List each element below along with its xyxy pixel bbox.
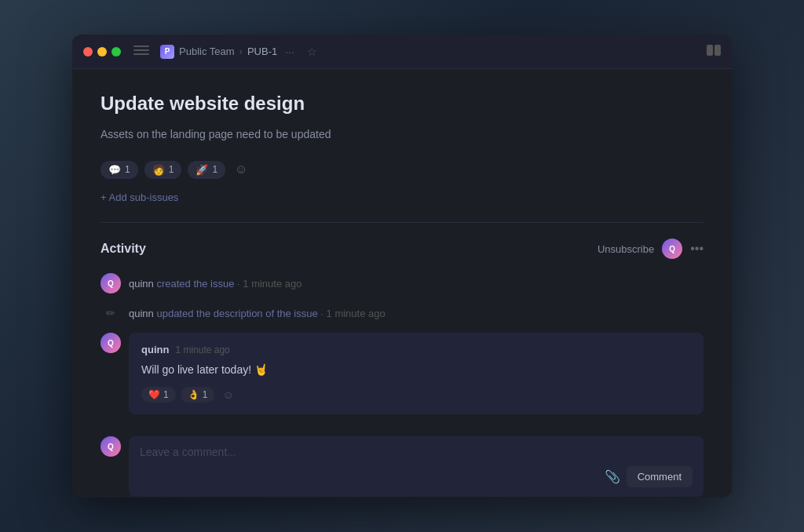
assignee-count: 1 [169,164,174,175]
reaction-ok[interactable]: 👌 1 [181,387,215,403]
activity-action-1: created the issue [156,278,234,290]
activity-time-2: · [320,308,326,319]
attach-button[interactable]: 📎 [605,469,620,484]
svg-rect-0 [707,45,713,56]
issue-title: Update website design [100,91,704,115]
activity-time-1-val: 1 minute ago [243,278,302,290]
activity-item-updated: ✏ quinn updated the description of the i… [100,303,704,323]
quinn-avatar-1: Q [100,273,121,293]
activity-text-created: quinn created the issue · 1 minute ago [129,273,302,292]
traffic-lights [83,47,121,56]
close-button[interactable] [83,47,93,56]
comment-row: Q quinn 1 minute ago Will go live later … [100,333,704,414]
priority-count: 1 [212,164,217,175]
team-name[interactable]: Public Team [179,46,235,57]
comment-count: 1 [125,164,130,175]
comment-reactions: ❤️ 1 👌 1 ☺ [141,386,691,403]
comment-box[interactable]: Leave a comment... 📎 Comment [129,436,704,497]
current-user-avatar: Q [662,239,682,259]
sub-issue-pill-assignee[interactable]: 🧑 1 [144,161,182,179]
comment-body: Will go live later today! 🤘 [141,362,691,378]
activity-time-2-val: 1 minute ago [327,308,386,319]
activity-section-title: Activity [100,242,146,256]
layout-toggle-button[interactable] [707,45,721,59]
activity-edit-icon: ✏ [100,303,121,323]
app-window: P Public Team › PUB-1 ··· ☆ Update websi… [72,35,732,497]
add-sub-issues-button[interactable]: + Add sub-issues [100,188,178,206]
unsubscribe-button[interactable]: Unsubscribe [598,243,654,255]
maximize-button[interactable] [111,47,121,56]
activity-avatar-created: Q [100,273,121,293]
breadcrumb-separator: › [239,46,243,57]
star-button[interactable]: ☆ [304,45,320,59]
pencil-icon: ✏ [106,307,115,319]
priority-emoji: 🚀 [196,164,208,176]
activity-item-created: Q quinn created the issue · 1 minute ago [100,273,704,293]
main-content: Update website design Assets on the land… [72,69,732,497]
comment-input-area: Q Leave a comment... 📎 Comment [100,436,704,497]
sub-issue-pill-priority[interactable]: 🚀 1 [188,161,225,179]
comment-header: quinn 1 minute ago [141,344,691,355]
section-divider [100,222,704,223]
comment-emoji: 💬 [108,164,121,176]
ok-count: 1 [203,389,208,400]
minimize-button[interactable] [97,47,107,56]
add-comment-reaction-button[interactable]: ☺ [219,386,236,403]
comment-box-actions: 📎 Comment [140,466,693,487]
heart-count: 1 [163,389,169,400]
issue-description: Assets on the landing page need to be up… [100,126,704,143]
comment-time: 1 minute ago [175,344,229,355]
activity-actions: Unsubscribe Q ••• [598,239,704,259]
current-user-avatar-input: Q [100,436,121,457]
activity-text-updated: quinn updated the description of the iss… [129,303,386,322]
assignee-emoji: 🧑 [152,164,165,176]
breadcrumb: P Public Team › PUB-1 ··· ☆ [160,45,699,59]
team-icon: P [160,45,174,59]
title-bar: P Public Team › PUB-1 ··· ☆ [72,35,732,69]
ok-emoji: 👌 [188,389,199,400]
comment-card: quinn 1 minute ago Will go live later to… [129,333,704,414]
svg-rect-1 [714,45,721,56]
more-options-button[interactable]: ··· [282,45,298,59]
sidebar-toggle-button[interactable] [133,46,149,58]
add-reaction-button[interactable]: ☺ [232,160,250,179]
activity-list: Q quinn created the issue · 1 minute ago… [100,273,704,497]
activity-header: Activity Unsubscribe Q ••• [100,239,704,259]
activity-username-2: quinn [129,308,154,319]
heart-emoji: ❤️ [148,389,160,400]
activity-action-2: updated the description of the issue [156,308,317,319]
activity-username-1: quinn [129,278,154,290]
activity-more-button[interactable]: ••• [690,242,704,256]
comment-placeholder: Leave a comment... [140,446,693,458]
sub-issues-row: 💬 1 🧑 1 🚀 1 ☺ [100,160,704,179]
comment-submit-button[interactable]: Comment [627,466,693,487]
issue-id[interactable]: PUB-1 [247,46,277,57]
comment-username: quinn [141,344,169,355]
reaction-heart[interactable]: ❤️ 1 [141,387,176,403]
quinn-avatar-comment: Q [100,333,121,353]
breadcrumb-actions: ··· ☆ [282,45,320,59]
sub-issue-pill-comment[interactable]: 💬 1 [100,161,138,179]
